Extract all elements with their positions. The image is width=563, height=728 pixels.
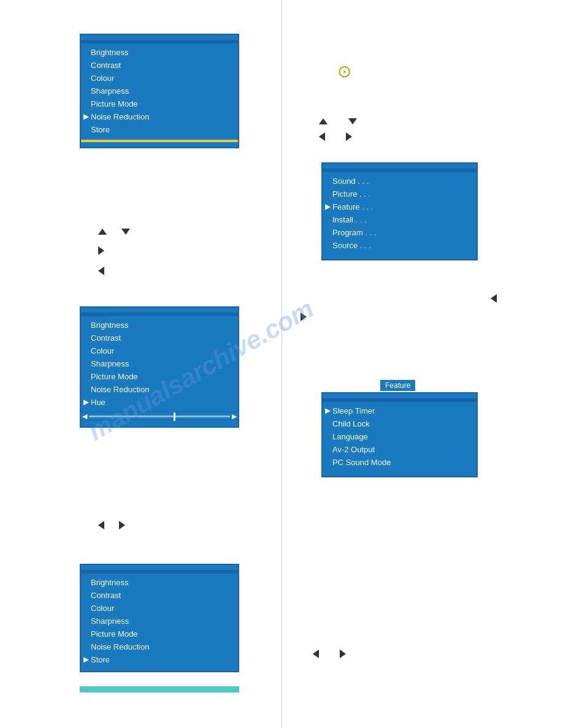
yellow-bar [81, 140, 238, 142]
left-arrow-2[interactable] [98, 521, 104, 529]
nav-arrows-2 [98, 521, 125, 531]
list-item[interactable]: Brightness [81, 319, 238, 332]
list-item[interactable]: Picture . . . [323, 188, 477, 200]
slider-track [89, 415, 230, 417]
left-arrow-r2[interactable] [313, 650, 319, 658]
right-arrow-r2[interactable] [340, 650, 346, 658]
list-item[interactable]: Contrast [81, 332, 238, 344]
menu-header-r1 [323, 169, 477, 172]
list-item[interactable]: Colour [81, 602, 238, 615]
list-item[interactable]: Child Lock [323, 417, 477, 430]
list-item[interactable]: Sharpness [81, 85, 238, 97]
right-nav-arrows-2 [313, 650, 346, 660]
menu-pointer: ▶ [83, 655, 89, 664]
list-item[interactable]: Colour [81, 72, 238, 85]
menu-pointer-r2: ▶ [325, 406, 331, 415]
menu-pointer: ▶ [83, 398, 89, 406]
up-arrow-r[interactable] [319, 118, 327, 124]
forward-arrow[interactable] [301, 313, 307, 321]
down-arrow-r[interactable] [348, 118, 357, 124]
menu-header-1 [81, 40, 238, 44]
list-item[interactable]: Picture Mode [81, 370, 238, 383]
list-item[interactable]: PC Sound Mode [323, 456, 477, 469]
list-item[interactable]: Brightness [81, 576, 238, 589]
vertical-divider [282, 0, 282, 728]
menu-header-3 [81, 570, 238, 574]
left-menu-3: Brightness Contrast Colour Sharpness Pic… [80, 564, 239, 672]
left-arrow-r[interactable] [319, 132, 325, 141]
right-arrow-2[interactable] [119, 521, 125, 529]
list-item[interactable]: Noise Reduction [81, 640, 238, 653]
list-item[interactable]: ▶ Store [81, 653, 238, 666]
left-arrow[interactable] [98, 267, 104, 275]
list-item[interactable]: Sharpness [81, 615, 238, 628]
list-item[interactable]: Source . . . [323, 239, 477, 252]
list-item[interactable]: Store [81, 123, 238, 136]
right-nav-back [491, 294, 497, 305]
list-item[interactable]: Program . . . [323, 226, 477, 239]
list-item[interactable]: Noise Reduction [81, 383, 238, 396]
right-arrow[interactable] [98, 246, 104, 255]
list-item[interactable]: ▶ Noise Reduction [81, 110, 238, 123]
right-nav-arrows-1 [319, 116, 357, 143]
slider-bar[interactable]: ◀ ▶ [80, 412, 239, 420]
nav-arrows-1 [98, 227, 130, 277]
list-item[interactable]: ▶ Sleep Timer [323, 404, 477, 417]
list-item[interactable]: Install . . . [323, 213, 477, 226]
slider-right-arrow[interactable]: ▶ [230, 412, 239, 420]
list-item[interactable]: Contrast [81, 59, 238, 72]
menu-pointer: ▶ [83, 112, 89, 121]
list-item[interactable]: Language [323, 430, 477, 443]
slider-thumb [174, 412, 175, 421]
right-menu-1: Sound . . . Picture . . . ▶ Feature . . … [321, 162, 478, 260]
list-item[interactable]: Sound . . . [323, 175, 477, 188]
list-item[interactable]: Contrast [81, 589, 238, 602]
menu-bottom-r2 [323, 469, 477, 471]
up-arrow[interactable] [98, 229, 107, 235]
slider-left-arrow[interactable]: ◀ [80, 412, 89, 420]
list-item[interactable]: Picture Mode [81, 97, 238, 110]
list-item[interactable]: Av-2 Output [323, 443, 477, 456]
right-nav-forward [301, 313, 307, 323]
right-menu-2: ▶ Sleep Timer Child Lock Language Av-2 O… [321, 392, 478, 477]
back-arrow[interactable] [491, 294, 497, 303]
left-menu-2: Brightness Contrast Colour Sharpness Pic… [80, 306, 239, 428]
menu-bottom-r1 [323, 252, 477, 254]
list-item[interactable]: Brightness [81, 46, 238, 59]
remote-icon: ⊙ [337, 61, 351, 82]
list-item[interactable]: Colour [81, 344, 238, 357]
menu-pointer-r: ▶ [325, 202, 331, 211]
list-item[interactable]: ▶ Feature . . . [323, 200, 477, 213]
feature-label: Feature [380, 380, 415, 391]
list-item[interactable]: Sharpness [81, 357, 238, 370]
list-item[interactable]: ▶ Hue [81, 396, 238, 409]
menu-header-r2 [323, 398, 477, 402]
menu-header-2 [81, 313, 238, 316]
list-item[interactable]: Picture Mode [81, 628, 238, 640]
down-arrow[interactable] [121, 229, 130, 235]
right-arrow-r[interactable] [346, 132, 352, 141]
left-menu-1: Brightness Contrast Colour Sharpness Pic… [80, 34, 239, 148]
teal-bar [80, 686, 239, 692]
